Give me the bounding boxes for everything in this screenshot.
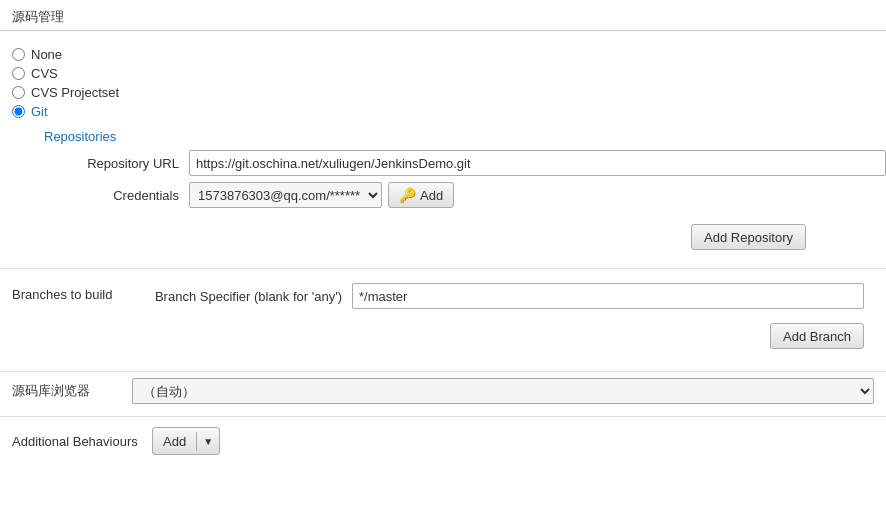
branches-section: Branches to build Branch Specifier (blan…	[0, 277, 886, 365]
scm-options: None CVS CVS Projectset Git	[0, 39, 886, 127]
radio-cvs[interactable]	[12, 67, 25, 80]
scm-option-cvs[interactable]: CVS	[12, 66, 874, 81]
radio-none[interactable]	[12, 48, 25, 61]
radio-cvs-projectset[interactable]	[12, 86, 25, 99]
repositories-label: Repositories	[44, 129, 886, 144]
add-branch-button[interactable]: Add Branch	[770, 323, 864, 349]
additional-behaviours-label: Additional Behaviours	[12, 434, 152, 449]
credentials-select[interactable]: 1573876303@qq.com/******	[189, 182, 382, 208]
label-cvs-projectset: CVS Projectset	[31, 85, 119, 100]
git-section: Repositories Repository URL Credentials …	[0, 129, 886, 260]
add-branch-row: Add Branch	[132, 313, 864, 359]
source-browser-select[interactable]: （自动）	[132, 378, 874, 404]
credentials-add-button[interactable]: 🔑 Add	[388, 182, 454, 208]
label-none: None	[31, 47, 62, 62]
additional-behaviours-section: Additional Behaviours Add ▼	[0, 416, 886, 465]
credentials-label: Credentials	[44, 188, 189, 203]
branch-specifier-label: Branch Specifier (blank for 'any')	[132, 289, 352, 304]
additional-add-dropdown[interactable]: Add ▼	[152, 427, 220, 455]
scm-option-cvs-projectset[interactable]: CVS Projectset	[12, 85, 874, 100]
add-repository-button[interactable]: Add Repository	[691, 224, 806, 250]
source-browser-section: 源码库浏览器 （自动）	[0, 371, 886, 410]
branch-specifier-row: Branch Specifier (blank for 'any')	[132, 283, 864, 309]
label-cvs: CVS	[31, 66, 58, 81]
branches-label: Branches to build	[12, 283, 132, 302]
dropdown-arrow-icon: ▼	[197, 434, 219, 449]
additional-add-label: Add	[153, 432, 197, 451]
scm-option-git[interactable]: Git	[12, 104, 874, 119]
branches-content: Branch Specifier (blank for 'any') Add B…	[132, 283, 864, 359]
repo-url-row: Repository URL	[28, 150, 886, 176]
branch-specifier-input[interactable]	[352, 283, 864, 309]
repo-url-label: Repository URL	[44, 156, 189, 171]
radio-git[interactable]	[12, 105, 25, 118]
credentials-controls: 1573876303@qq.com/****** 🔑 Add	[189, 182, 454, 208]
credentials-row: Credentials 1573876303@qq.com/****** 🔑 A…	[28, 182, 886, 208]
scm-option-none[interactable]: None	[12, 47, 874, 62]
key-icon: 🔑	[399, 187, 416, 203]
source-browser-label: 源码库浏览器	[12, 382, 132, 400]
section-title: 源码管理	[0, 0, 886, 31]
add-label: Add	[420, 188, 443, 203]
add-repository-row: Add Repository	[28, 214, 886, 260]
label-git: Git	[31, 104, 48, 119]
repo-url-input[interactable]	[189, 150, 886, 176]
divider-1	[0, 268, 886, 269]
